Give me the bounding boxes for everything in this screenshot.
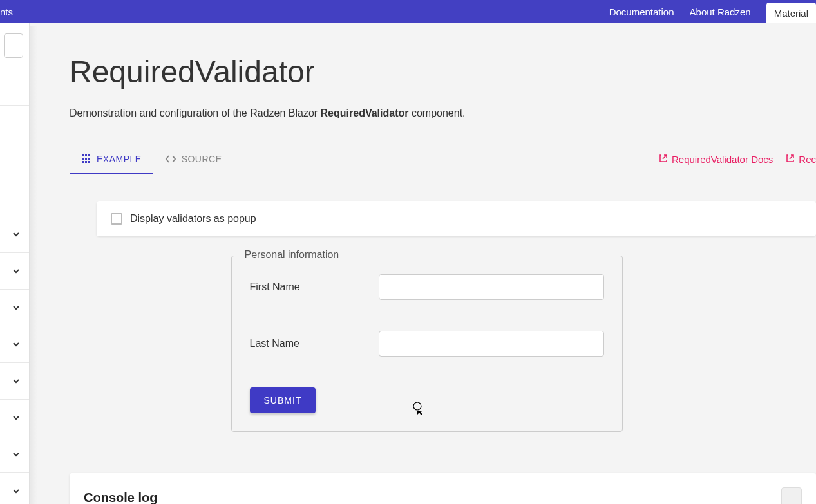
chevron-down-icon — [12, 304, 20, 312]
console-log-title: Console log — [84, 490, 157, 505]
tab-source[interactable]: Source — [153, 145, 234, 174]
svg-rect-6 — [82, 161, 84, 163]
link-validator-docs[interactable]: RequiredValidator Docs — [659, 154, 773, 165]
first-name-label: First Name — [250, 281, 379, 293]
svg-rect-2 — [88, 154, 90, 156]
popup-option-card: Display validators as popup — [97, 201, 816, 236]
popup-checkbox-label: Display validators as popup — [130, 213, 256, 225]
chevron-down-icon — [12, 451, 20, 458]
tabs-left: Example Source — [70, 145, 234, 174]
sidebar-section[interactable] — [0, 436, 29, 473]
nav-right: Documentation About Radzen Material — [609, 0, 816, 23]
tab-source-label: Source — [182, 154, 222, 164]
link-rec-text: Rec — [799, 154, 816, 165]
svg-rect-1 — [85, 154, 87, 156]
external-link-icon — [659, 154, 668, 165]
svg-rect-7 — [85, 161, 87, 163]
first-name-input[interactable] — [379, 274, 604, 300]
desc-bold: RequiredValidator — [321, 107, 409, 118]
console-log-card: Console log — [70, 473, 816, 504]
link-docs-text: RequiredValidator Docs — [672, 154, 773, 165]
sidebar-section[interactable] — [0, 253, 29, 290]
nav-material-theme[interactable]: Material — [766, 3, 816, 23]
popup-checkbox[interactable] — [111, 213, 122, 225]
sidebar-section[interactable] — [0, 363, 29, 400]
main-content: RequiredValidator Demonstration and conf… — [37, 23, 816, 504]
svg-rect-8 — [88, 161, 90, 163]
tab-example-label: Example — [97, 154, 142, 164]
svg-rect-4 — [85, 158, 87, 160]
chevron-down-icon — [12, 230, 20, 238]
chevron-down-icon — [12, 267, 20, 275]
last-name-label: Last Name — [250, 338, 379, 350]
sidebar-section[interactable] — [0, 400, 29, 436]
sidebar-section[interactable] — [0, 106, 29, 216]
desc-prefix: Demonstration and configuration of the R… — [70, 107, 321, 118]
external-link-icon — [786, 154, 795, 165]
form-wrap: Personal information First Name Last Nam… — [37, 256, 816, 432]
link-rec[interactable]: Rec — [786, 154, 816, 165]
nav-left-fragment: nts — [0, 6, 13, 17]
last-name-input[interactable] — [379, 331, 604, 357]
personal-info-fieldset: Personal information First Name Last Nam… — [231, 256, 623, 432]
chevron-down-icon — [12, 487, 20, 495]
nav-documentation[interactable]: Documentation — [609, 6, 674, 17]
page-description: Demonstration and configuration of the R… — [70, 107, 816, 119]
first-name-row: First Name — [250, 274, 604, 300]
nav-about[interactable]: About Radzen — [690, 6, 751, 17]
scroll-shadow — [30, 26, 37, 504]
sidebar-section[interactable] — [0, 473, 29, 504]
sidebar-search-area — [0, 23, 29, 106]
sidebar — [0, 23, 30, 504]
tab-example[interactable]: Example — [70, 145, 153, 174]
page-title: RequiredValidator — [70, 54, 816, 89]
svg-rect-0 — [82, 154, 84, 156]
chevron-down-icon — [12, 414, 20, 422]
top-navbar: nts Documentation About Radzen Material — [0, 0, 816, 23]
last-name-row: Last Name — [250, 331, 604, 357]
sidebar-search-input[interactable] — [4, 33, 23, 58]
code-icon — [165, 154, 176, 164]
desc-suffix: component. — [408, 107, 465, 118]
fieldset-legend: Personal information — [241, 249, 343, 261]
svg-rect-3 — [82, 158, 84, 160]
sidebar-section[interactable] — [0, 216, 29, 253]
console-clear-button[interactable] — [781, 487, 802, 504]
submit-button[interactable]: SUBMIT — [250, 387, 316, 413]
chevron-down-icon — [12, 341, 20, 348]
sidebar-section[interactable] — [0, 290, 29, 326]
chevron-down-icon — [12, 377, 20, 385]
tabs-row: Example Source RequiredValidator Docs — [70, 145, 816, 174]
tabs-right-links: RequiredValidator Docs Rec — [659, 154, 816, 165]
svg-rect-5 — [88, 158, 90, 160]
sidebar-section[interactable] — [0, 326, 29, 363]
grid-icon — [81, 154, 91, 164]
